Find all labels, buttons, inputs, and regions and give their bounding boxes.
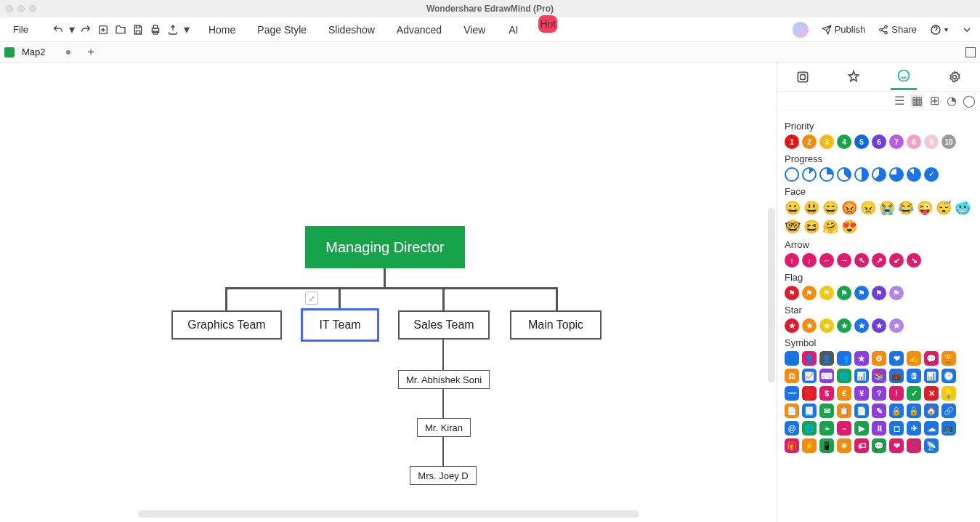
progress-37-icon[interactable] (837, 167, 851, 182)
export-dropdown-icon[interactable]: ▾ (184, 23, 190, 36)
priority-8-icon[interactable]: 8 (907, 134, 921, 149)
minimize-icon[interactable] (17, 5, 25, 12)
symbol-icon[interactable]: 〰 (785, 386, 799, 401)
symbol-icon[interactable]: 📄 (785, 403, 799, 418)
symbol-icon[interactable]: 🚫 (802, 386, 817, 401)
priority-7-icon[interactable]: 7 (889, 134, 904, 149)
symbol-icon[interactable]: 🔓 (907, 403, 921, 418)
star-icon[interactable]: ★ (872, 318, 886, 333)
symbol-icon[interactable]: 💼 (889, 369, 904, 383)
symbol-icon[interactable]: 💬 (924, 351, 939, 366)
help-button[interactable]: ▾ (930, 24, 948, 36)
star-icon[interactable]: ★ (819, 318, 834, 333)
subtab-grid-icon[interactable]: ▦ (910, 95, 923, 108)
symbol-icon[interactable]: 📃 (802, 403, 817, 418)
symbol-icon[interactable]: ❤ (889, 438, 904, 453)
star-icon[interactable]: ★ (854, 318, 869, 333)
symbol-icon[interactable]: ☀ (837, 438, 851, 453)
menu-slideshow[interactable]: Slideshow (327, 21, 376, 39)
flag-icon[interactable]: ⚑ (802, 286, 817, 300)
symbol-icon[interactable]: 🕐 (941, 369, 956, 383)
priority-10-icon[interactable]: 10 (941, 134, 956, 149)
symbol-icon[interactable]: 🌐 (802, 421, 817, 435)
symbol-icon[interactable]: ! (889, 386, 904, 401)
priority-2-icon[interactable]: 2 (802, 134, 817, 149)
star-icon[interactable]: ★ (802, 318, 817, 333)
symbol-icon[interactable]: ? (872, 386, 886, 401)
symbol-icon[interactable]: € (837, 386, 851, 401)
close-icon[interactable] (6, 5, 13, 12)
menu-page-style[interactable]: Page Style (256, 21, 308, 39)
sp-tab-settings-icon[interactable] (941, 64, 968, 90)
flag-icon[interactable]: ⚑ (872, 286, 886, 300)
symbol-icon[interactable]: 📄 (854, 403, 869, 418)
menu-view[interactable]: View (462, 21, 487, 39)
symbol-icon[interactable]: ⚖ (785, 369, 799, 383)
symbol-icon[interactable]: ▶ (854, 421, 869, 435)
symbol-icon[interactable]: 🏷 (854, 438, 869, 453)
node-child-selected[interactable]: IT Team (301, 308, 379, 342)
face-icon[interactable]: 😍 (841, 219, 857, 235)
symbol-icon[interactable]: ⌨ (819, 369, 834, 383)
face-icon[interactable]: 😆 (803, 219, 819, 235)
sp-tab-outline-icon[interactable] (790, 64, 816, 90)
progress-75-icon[interactable] (889, 167, 904, 182)
symbol-icon[interactable]: 🌐 (837, 369, 851, 383)
progress-50-icon[interactable] (854, 167, 869, 182)
symbol-icon[interactable]: 🗓 (907, 369, 921, 383)
face-icon[interactable]: 😃 (803, 200, 819, 216)
subtab-add-icon[interactable]: ⊞ (928, 95, 941, 108)
undo-icon[interactable] (52, 23, 65, 36)
symbol-icon[interactable]: 📱 (819, 438, 834, 453)
symbol-icon[interactable]: 📚 (872, 369, 886, 383)
tab-name[interactable]: Map2 (22, 47, 46, 57)
symbol-icon[interactable]: ¥ (854, 386, 869, 401)
node-root[interactable]: Managing Director (305, 226, 465, 268)
symbol-icon[interactable]: ＋ (819, 421, 834, 435)
symbol-icon[interactable]: @ (785, 421, 799, 435)
menu-advanced[interactable]: Advanced (395, 21, 443, 39)
priority-6-icon[interactable]: 6 (872, 134, 886, 149)
symbol-icon[interactable]: ✕ (924, 386, 939, 401)
face-icon[interactable]: 😂 (898, 200, 914, 216)
sp-tab-style-icon[interactable] (841, 64, 867, 90)
symbol-icon[interactable]: 🏆 (941, 351, 956, 366)
symbol-icon[interactable]: ★ (854, 351, 869, 366)
new-file-icon[interactable] (97, 23, 110, 36)
symbol-icon[interactable]: 📊 (924, 369, 939, 383)
progress-0-icon[interactable] (785, 167, 799, 182)
symbol-icon[interactable]: ❤ (889, 351, 904, 366)
face-icon[interactable]: 😄 (822, 200, 838, 216)
face-icon[interactable]: 🤗 (822, 219, 838, 235)
print-icon[interactable] (149, 23, 162, 36)
symbol-icon[interactable]: 📊 (854, 369, 869, 383)
symbol-icon[interactable]: 📈 (802, 369, 817, 383)
collapse-node-icon[interactable]: ⤢ (305, 292, 318, 305)
face-icon[interactable]: 🤓 (785, 219, 801, 235)
symbol-icon[interactable]: 📡 (924, 438, 939, 453)
face-icon[interactable]: 😴 (936, 200, 952, 216)
arrow-↘-icon[interactable]: ↘ (907, 253, 921, 268)
node-child[interactable]: Main Topic (510, 310, 602, 340)
symbol-icon[interactable]: 🎵 (907, 438, 921, 453)
face-icon[interactable]: 🥶 (955, 200, 971, 216)
avatar[interactable] (793, 22, 809, 38)
symbol-icon[interactable]: 👍 (907, 351, 921, 366)
menu-ai[interactable]: AIHot (506, 21, 540, 39)
star-icon[interactable]: ★ (889, 318, 904, 333)
priority-3-icon[interactable]: 3 (819, 134, 834, 149)
priority-9-icon[interactable]: 9 (924, 134, 939, 149)
node-sub[interactable]: Mr. Abhishek Soni (398, 370, 490, 389)
symbol-icon[interactable]: ⚡ (802, 438, 817, 453)
symbol-icon[interactable]: － (837, 421, 851, 435)
progress-12-icon[interactable] (802, 167, 817, 182)
save-icon[interactable] (131, 23, 145, 36)
symbol-icon[interactable]: 💡 (941, 386, 956, 401)
flag-icon[interactable]: ⚑ (819, 286, 834, 300)
priority-1-icon[interactable]: 1 (785, 134, 799, 149)
progress-62-icon[interactable] (872, 167, 886, 182)
scrollbar-vertical[interactable] (768, 208, 775, 382)
face-icon[interactable]: 😠 (860, 200, 876, 216)
canvas[interactable]: Managing Director ⤢ Graphics Team IT Tea… (0, 63, 777, 522)
symbol-icon[interactable]: ✓ (907, 386, 921, 401)
